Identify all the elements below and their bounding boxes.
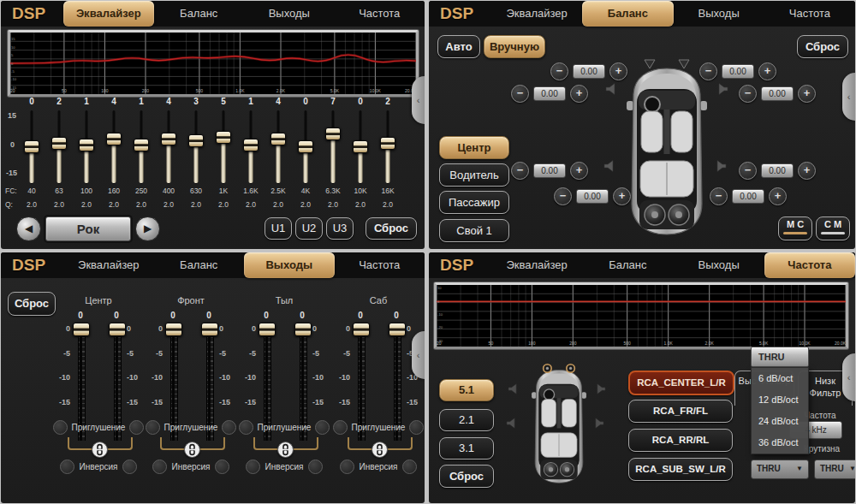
eq-slider-knob[interactable] <box>24 140 39 153</box>
eq-slider-knob[interactable] <box>243 139 259 151</box>
slope-dropdown-selected[interactable]: THRU <box>751 347 809 367</box>
link-button[interactable] <box>372 442 388 458</box>
mute-right-button[interactable] <box>129 420 144 435</box>
balance-manual-button[interactable]: Вручную <box>484 35 545 58</box>
invert-right-button[interactable] <box>308 460 323 474</box>
tab-equalizer[interactable]: Эквалайзер <box>63 1 154 27</box>
invert-left-button[interactable] <box>152 460 167 474</box>
outputs-reset-button[interactable]: Сброс <box>8 292 56 316</box>
eq-slider-knob[interactable] <box>106 133 122 145</box>
rca-button-3[interactable]: RCA_RR/RL <box>628 429 733 452</box>
eq-slider-knob[interactable] <box>380 137 395 150</box>
eq-slider-knob[interactable] <box>79 139 94 151</box>
delay-minus-button[interactable]: − <box>554 187 572 205</box>
tab-outputs[interactable]: Выходы <box>674 252 764 278</box>
output-slider-knob[interactable] <box>109 323 126 336</box>
dropdown-option-4[interactable]: 36 dB/oct <box>752 432 808 454</box>
eq-slider-knob[interactable] <box>216 131 231 144</box>
tab-outputs[interactable]: Выходы <box>674 1 764 27</box>
mode-2-1-button[interactable]: 2.1 <box>439 409 494 431</box>
position-button-4[interactable]: Свой 1 <box>439 219 509 242</box>
delay-minus-button[interactable]: − <box>699 62 717 80</box>
mode-3-1-button[interactable]: 3.1 <box>439 437 494 460</box>
rca-button-4[interactable]: RCA_SUB_SW_L/R <box>628 458 733 481</box>
tab-balance[interactable]: Баланс <box>582 252 673 278</box>
dropdown-option-1[interactable]: 6 dB/oct <box>752 368 808 389</box>
delay-plus-button[interactable]: + <box>609 62 627 80</box>
delay-minus-button[interactable]: − <box>739 85 757 103</box>
position-button-1[interactable]: Центр <box>439 136 509 159</box>
tab-frequency[interactable]: Частота <box>764 1 855 27</box>
eq-slider-knob[interactable] <box>161 133 176 145</box>
unit-cm-button[interactable]: C M <box>816 216 850 240</box>
invert-right-button[interactable] <box>215 460 229 474</box>
drawer-handle[interactable]: ‹ <box>412 76 425 124</box>
rca-button-2[interactable]: RCA_FR/FL <box>628 400 733 423</box>
tab-frequency[interactable]: Частота <box>335 1 425 27</box>
mute-left-button[interactable] <box>146 420 160 435</box>
eq-slider-knob[interactable] <box>134 139 149 151</box>
output-slider-knob[interactable] <box>294 323 312 336</box>
tab-outputs[interactable]: Выходы <box>244 1 335 27</box>
delay-minus-button[interactable]: − <box>710 187 728 205</box>
output-slider-knob[interactable] <box>165 323 182 336</box>
dropdown-option-3[interactable]: 24 dB/oct <box>752 411 808 432</box>
link-button[interactable] <box>184 442 200 458</box>
tab-outputs[interactable]: Выходы <box>244 252 335 278</box>
rca-button-1[interactable]: RCA_CENTER_L/R <box>628 371 734 395</box>
eq-slider-knob[interactable] <box>188 134 204 147</box>
link-button[interactable] <box>92 442 108 458</box>
delay-minus-button[interactable]: − <box>739 162 757 180</box>
tab-balance[interactable]: Баланс <box>154 252 245 278</box>
link-button[interactable] <box>277 442 294 458</box>
drawer-handle[interactable]: ‹ <box>412 331 425 379</box>
mute-left-button[interactable] <box>239 420 253 435</box>
eq-slider-knob[interactable] <box>298 140 313 153</box>
freq-reset-button[interactable]: Сброс <box>439 465 494 488</box>
unit-mc-button[interactable]: M C <box>778 216 812 240</box>
mute-right-button[interactable] <box>222 420 236 435</box>
balance-reset-button[interactable]: Сброс <box>797 35 848 58</box>
output-slider-knob[interactable] <box>73 323 90 336</box>
mode-5-1-button[interactable]: 5.1 <box>439 379 494 401</box>
tab-equalizer[interactable]: Эквалайзер <box>63 252 154 278</box>
balance-auto-button[interactable]: Авто <box>437 35 480 58</box>
output-slider-knob[interactable] <box>353 323 370 336</box>
mute-right-button[interactable] <box>315 420 330 435</box>
output-slider-knob[interactable] <box>259 323 276 336</box>
preset-next-button[interactable]: ▶ <box>135 216 160 241</box>
dropdown-option-2[interactable]: 12 dB/oct <box>752 389 808 411</box>
invert-left-button[interactable] <box>340 460 354 474</box>
position-button-3[interactable]: Пассажир <box>439 191 509 214</box>
slope-select-low[interactable]: ▼ THRU <box>814 460 855 479</box>
mute-left-button[interactable] <box>333 420 348 435</box>
mute-left-button[interactable] <box>53 420 68 435</box>
delay-plus-button[interactable]: + <box>570 85 588 103</box>
slope-select-high[interactable]: ▼ THRU <box>751 460 809 479</box>
invert-left-button[interactable] <box>60 460 74 474</box>
tab-equalizer[interactable]: Эквалайзер <box>491 1 582 27</box>
mute-right-button[interactable] <box>409 420 424 435</box>
tab-equalizer[interactable]: Эквалайзер <box>491 252 582 278</box>
eq-slider-knob[interactable] <box>51 137 67 150</box>
eq-slider-knob[interactable] <box>270 133 286 145</box>
tab-frequency[interactable]: Частота <box>335 252 425 278</box>
drawer-handle[interactable]: ‹ <box>842 73 855 121</box>
eq-slider-knob[interactable] <box>353 140 368 153</box>
memory-u1-button[interactable]: U1 <box>265 217 292 240</box>
tab-balance[interactable]: Баланс <box>154 1 245 27</box>
delay-minus-button[interactable]: − <box>511 162 529 180</box>
tab-balance[interactable]: Баланс <box>582 1 673 27</box>
delay-plus-button[interactable]: + <box>758 62 776 80</box>
delay-plus-button[interactable]: + <box>570 162 588 180</box>
output-slider-knob[interactable] <box>201 323 218 336</box>
invert-right-button[interactable] <box>122 460 137 474</box>
delay-plus-button[interactable]: + <box>769 187 787 205</box>
delay-plus-button[interactable]: + <box>798 162 816 180</box>
tab-frequency[interactable]: Частота <box>764 252 855 278</box>
memory-u3-button[interactable]: U3 <box>326 217 354 240</box>
memory-u2-button[interactable]: U2 <box>295 217 323 240</box>
invert-right-button[interactable] <box>402 460 417 474</box>
delay-minus-button[interactable]: − <box>511 85 529 103</box>
eq-slider-knob[interactable] <box>325 127 341 140</box>
